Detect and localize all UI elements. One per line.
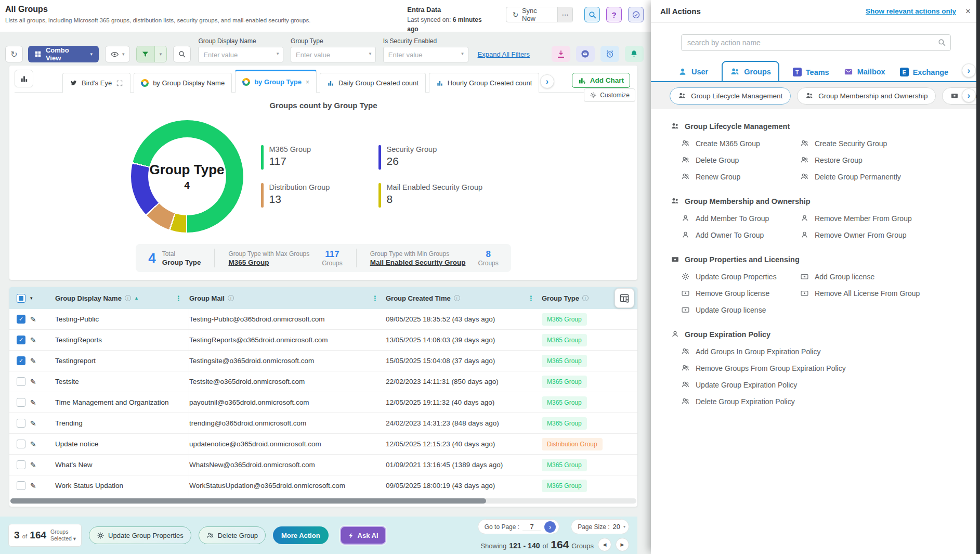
edit-row-icon[interactable]: ✎	[30, 440, 36, 448]
info-icon[interactable]: i	[125, 295, 131, 301]
row-checkbox[interactable]: ✓	[17, 481, 25, 490]
selection-summary[interactable]: 3 of 164 Groups Selected ▾	[8, 524, 82, 547]
edit-row-icon[interactable]: ✎	[30, 419, 36, 428]
action-update-group-license[interactable]: Update Group license	[681, 305, 793, 314]
row-checkbox[interactable]: ✓	[17, 398, 25, 407]
action-remove-groups-from-group-expiration-policy[interactable]: Remove Groups From Group Expiration Poli…	[681, 364, 970, 372]
reset-view-button[interactable]: ↻	[5, 46, 23, 62]
table-row[interactable]: ✓✎ What's New WhatsNew@o365droid.onmicro…	[9, 455, 637, 475]
action-remove-all-license-from-group[interactable]: Remove All License From Group	[800, 289, 970, 298]
horizontal-scrollbar[interactable]	[10, 498, 636, 504]
next-page-button[interactable]: ▶	[616, 538, 629, 551]
column-resize-handle[interactable]: ⋮	[372, 294, 378, 302]
sync-more-button[interactable]: ⋯	[557, 7, 572, 22]
table-row[interactable]: ✓✎ Testsite Testsite@o365droid.onmicroso…	[9, 371, 637, 392]
show-relevant-actions-link[interactable]: Show relevant actions only	[866, 7, 956, 15]
column-settings-button[interactable]	[615, 288, 634, 308]
view-selector-button[interactable]: Combo View ▾	[28, 46, 99, 62]
action-renew-group[interactable]: Renew Group	[681, 172, 793, 181]
filter-dropdown-button[interactable]: ▾	[154, 46, 167, 62]
tab-mailbox[interactable]: Mailbox	[843, 62, 886, 81]
message-button[interactable]	[576, 46, 595, 62]
table-row[interactable]: ✓✎ Work Status Updation WorkStatusUpdati…	[9, 475, 637, 496]
sync-now-button[interactable]: ↻ Sync Now	[506, 7, 557, 22]
more-action-button[interactable]: More Action	[273, 526, 329, 544]
tab-teams[interactable]: T Teams	[792, 63, 830, 81]
action-remove-group-license[interactable]: Remove Group license	[681, 289, 793, 298]
row-checkbox[interactable]: ✓	[17, 419, 25, 428]
close-tab-icon[interactable]: ×	[306, 79, 309, 86]
edit-row-icon[interactable]: ✎	[30, 315, 36, 324]
row-checkbox[interactable]: ✓	[17, 440, 25, 448]
info-icon[interactable]: i	[582, 295, 589, 301]
chart-list-button[interactable]	[15, 70, 33, 87]
scheduled-tasks-button[interactable]	[628, 7, 644, 22]
tab-exchange[interactable]: E Exchange	[899, 63, 950, 81]
action-delete-group-permanently[interactable]: Delete Group Permanently	[800, 172, 970, 181]
subtab-group-membership-and-ownership[interactable]: Group Membership and Ownership	[797, 87, 936, 105]
action-add-groups-in-group-expiration-policy[interactable]: Add Groups In Group Expiration Policy	[681, 347, 970, 356]
action-create-m365-group[interactable]: Create M365 Group	[681, 139, 793, 148]
column-header-group-display-name[interactable]: Group Display Name	[55, 294, 122, 302]
edit-row-icon[interactable]: ✎	[30, 482, 36, 490]
help-button[interactable]: ?	[606, 7, 622, 22]
table-row[interactable]: ✓✎ Testingreport Testingsite@o365droid.o…	[9, 351, 637, 371]
schedule-alert-button[interactable]	[600, 46, 619, 62]
row-checkbox[interactable]: ✓	[17, 356, 25, 365]
more-tabs-button[interactable]: ›	[962, 63, 976, 78]
tab-user[interactable]: User	[677, 62, 709, 81]
action-create-security-group[interactable]: Create Security Group	[800, 139, 970, 148]
group-type-filter-input[interactable]	[291, 47, 376, 62]
go-to-page-button[interactable]: ›	[544, 521, 556, 533]
edit-row-icon[interactable]: ✎	[30, 461, 36, 469]
expand-all-filters-link[interactable]: Expand All Filters	[478, 50, 530, 58]
chart-tab-birds-eye[interactable]: Bird's Eye	[62, 73, 130, 93]
edit-row-icon[interactable]: ✎	[30, 378, 36, 386]
delete-group-button[interactable]: Delete Group	[199, 526, 266, 544]
ask-ai-button[interactable]: Ask AI	[340, 526, 386, 545]
notifications-button[interactable]	[625, 46, 644, 62]
previous-page-button[interactable]: ◀	[598, 538, 611, 551]
go-to-page-input[interactable]	[522, 523, 541, 531]
page-size-control[interactable]: Page Size : 20 ▾	[571, 519, 629, 534]
action-update-group-properties[interactable]: Update Group Properties	[681, 272, 793, 281]
column-header-group-mail[interactable]: Group Mail	[189, 294, 225, 302]
tab-groups[interactable]: Groups	[722, 61, 779, 82]
global-search-button[interactable]	[584, 7, 600, 22]
close-panel-icon[interactable]: ×	[965, 6, 971, 17]
legend-item[interactable]: Security Group 26	[378, 145, 516, 170]
chart-tab-daily-group-created[interactable]: Daily Group Created count	[320, 73, 426, 93]
action-delete-group-expiration-policy[interactable]: Delete Group Expiration Policy	[681, 397, 970, 406]
column-header-group-created-time[interactable]: Group Created Time	[386, 294, 451, 302]
table-search-button[interactable]	[173, 46, 191, 62]
legend-item[interactable]: Distribution Group 13	[261, 183, 360, 208]
filter-button[interactable]	[137, 46, 154, 62]
action-update-group-expiration-policy[interactable]: Update Group Expiration Policy	[681, 380, 970, 389]
column-visibility-button[interactable]: ▾	[105, 46, 130, 62]
edit-row-icon[interactable]: ✎	[30, 357, 36, 365]
export-download-button[interactable]	[552, 46, 570, 62]
subtab-group-lifecycle-management[interactable]: Group Lifecycle Management	[670, 87, 791, 105]
row-checkbox[interactable]: ✓	[17, 460, 25, 469]
row-checkbox[interactable]: ✓	[17, 315, 25, 324]
update-group-properties-button[interactable]: Update Group Properties	[89, 526, 191, 544]
sort-ascending-icon[interactable]: ▲	[134, 295, 139, 301]
row-checkbox[interactable]: ✓	[17, 336, 25, 344]
scrollbar-thumb[interactable]	[10, 498, 486, 504]
action-add-owner-to-group[interactable]: Add Owner To Group	[681, 230, 793, 239]
max-group-link[interactable]: M365 Group	[228, 259, 309, 266]
min-group-link[interactable]: Mail Enabled Security Group	[370, 259, 466, 266]
action-remove-member-from-group[interactable]: Remove Member From Group	[800, 214, 970, 223]
column-resize-handle[interactable]: ⋮	[528, 294, 534, 302]
edit-row-icon[interactable]: ✎	[30, 336, 36, 344]
table-row[interactable]: ✓✎ TestingReports TestingReports@o365dro…	[9, 330, 637, 351]
legend-item[interactable]: M365 Group 117	[261, 145, 360, 170]
info-icon[interactable]: i	[228, 295, 234, 301]
info-icon[interactable]: i	[454, 295, 460, 301]
chart-tab-by-group-display-name[interactable]: by Group Display Name	[134, 73, 232, 93]
table-row[interactable]: ✓✎ Update notice updatenotice@o365droid.…	[9, 434, 637, 455]
legend-item[interactable]: Mail Enabled Security Group 8	[378, 183, 516, 208]
select-dropdown-icon[interactable]: ▾	[30, 295, 33, 301]
table-row[interactable]: ✓✎ Time Management and Organization payo…	[9, 392, 637, 413]
more-chart-tabs-button[interactable]: ›	[540, 74, 554, 88]
